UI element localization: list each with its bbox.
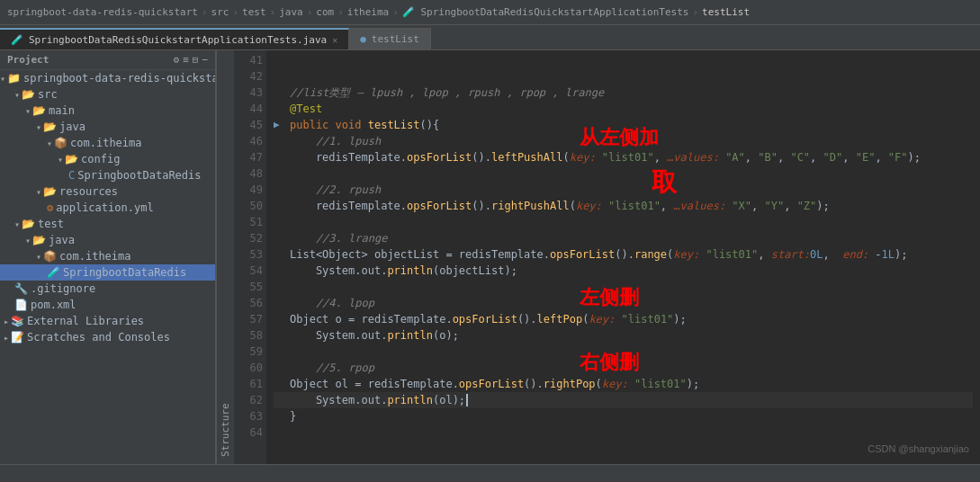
tree-item-resources[interactable]: ▾ 📂 resources — [0, 183, 215, 200]
code-line-46: //1. lpush 从左侧加 — [274, 133, 973, 149]
bc-com: com — [316, 6, 334, 18]
bc-project: springboot-data-redis-quickstart — [7, 6, 198, 18]
dir-icon: 📂 — [43, 120, 57, 133]
arrow-icon: ▾ — [36, 122, 41, 132]
pkg-icon: 📦 — [54, 137, 67, 149]
tree-label-springboot-config: SpringbootDataRedis — [77, 169, 201, 182]
tree-item-springboot-config[interactable]: C SpringbootDataRedis — [0, 167, 215, 183]
arrow-icon: ▾ — [0, 74, 5, 84]
dir-icon: 📂 — [32, 234, 46, 246]
tree-label-java-test: java — [49, 234, 75, 246]
tree-label-springboot-test: SpringbootDataRedis — [63, 266, 186, 279]
code-line-51 — [274, 214, 973, 230]
chinese-annotation-take: 取 — [652, 174, 677, 191]
tree-label-root: springboot-data-redis-quickstart — [23, 72, 216, 85]
arrow-icon: ▾ — [36, 187, 41, 197]
code-line-41 — [274, 52, 973, 68]
code-line-53: List<Object> objectList = redisTemplate.… — [274, 246, 973, 263]
tree-item-scratches[interactable]: ▸ 📝 Scratches and Consoles — [0, 329, 215, 345]
bc-src: src — [211, 6, 229, 18]
code-line-43: //list类型 – lpush , lpop , rpush , rpop ,… — [274, 85, 973, 101]
tab-file-icon: 🧪 — [11, 34, 23, 46]
tab-testlist[interactable]: ● testList — [349, 28, 431, 49]
code-area[interactable]: //list类型 – lpush , lpop , rpush , rpop ,… — [266, 50, 980, 464]
tree-item-com-itheima[interactable]: ▾ 📦 com.itheima — [0, 135, 215, 151]
tree-item-config[interactable]: ▾ 📂 config — [0, 151, 215, 167]
code-line-49: //2. rpush 取 — [274, 182, 973, 198]
code-line-63: } — [274, 408, 973, 424]
tree-item-external-libs[interactable]: ▸ 📚 External Libraries — [0, 313, 215, 329]
dir-icon: 📂 — [22, 88, 35, 101]
arrow-icon: ▾ — [36, 252, 41, 262]
structure-tab[interactable]: Structure — [216, 50, 234, 464]
tab-bar: 🧪 SpringbootDataRedisQuickstartApplicati… — [0, 25, 980, 50]
tree-item-springboot-test[interactable]: 🧪 SpringbootDataRedis — [0, 264, 215, 281]
line-numbers: 41 42 43 44 45 46 47 48 49 50 51 52 53 5… — [234, 50, 266, 464]
tree-label-java-main: java — [59, 120, 85, 133]
paren-open: (){ — [420, 117, 440, 133]
tree-item-com-itheima-test[interactable]: ▾ 📦 com.itheima — [0, 248, 215, 264]
sidebar-sort-icon[interactable]: ≡ — [183, 54, 189, 66]
arrow-icon: ▸ — [4, 317, 9, 326]
breadcrumb-bar: springboot-data-redis-quickstart › src ›… — [0, 0, 980, 25]
xml-icon: 📄 — [14, 299, 28, 311]
arrow-icon: ▾ — [14, 90, 20, 100]
code-line-64 — [274, 424, 973, 441]
chinese-annotation-left-del: 左侧删 — [580, 290, 639, 306]
code-line-62: System.out. println (ol); — [274, 392, 973, 408]
tree-label-com-itheima: com.itheima — [70, 137, 141, 149]
code-line-57: Object o = redisTemplate. opsForList ().… — [274, 311, 973, 327]
tree-label-pom: pom.xml — [31, 299, 76, 311]
pkg-icon: 📦 — [43, 250, 57, 263]
tree-label-test: test — [38, 218, 64, 230]
gitignore-icon: 🔧 — [14, 282, 28, 295]
bc-method: testList — [702, 6, 750, 18]
editor-content: 41 42 43 44 45 46 47 48 49 50 51 52 53 5… — [234, 50, 980, 464]
tab-file-label: SpringbootDataRedisQuickstartApplication… — [29, 34, 327, 46]
java-test-icon: 🧪 — [47, 266, 60, 279]
code-line-47: redisTemplate. opsForList (). leftPushAl… — [274, 149, 973, 165]
tree-item-application-yml[interactable]: ⚙ application.yml — [0, 200, 215, 216]
tree-label-com-itheima-test: com.itheima — [59, 250, 130, 263]
tree-item-test[interactable]: ▾ 📂 test — [0, 216, 215, 232]
tree-item-pom[interactable]: 📄 pom.xml — [0, 297, 215, 313]
tab-main-file[interactable]: 🧪 SpringbootDataRedisQuickstartApplicati… — [0, 28, 349, 49]
main-content: Project ⚙ ≡ ⊟ − ▾ 📁 springboot-data-redi… — [0, 50, 980, 464]
arrow-icon: ▾ — [25, 106, 31, 116]
annotation-test: @Test — [290, 101, 322, 117]
code-line-44: @Test — [274, 101, 973, 117]
sidebar-settings-icon[interactable]: ⚙ — [174, 54, 180, 66]
code-line-50: redisTemplate. opsForList (). rightPushA… — [274, 198, 973, 214]
bc-test: test — [242, 6, 266, 18]
tree-label-external-libs: External Libraries — [27, 315, 144, 327]
tab-close-button[interactable]: ✕ — [332, 35, 337, 45]
tree-label-main: main — [49, 104, 75, 117]
code-line-56: //4. lpop 左侧删 — [274, 295, 973, 311]
sidebar-expand-icon[interactable]: ⊟ — [193, 54, 199, 66]
run-arrow-icon[interactable]: ▶ — [274, 117, 288, 133]
chinese-annotation-left-push: 从左侧加 — [580, 129, 659, 146]
tree-item-root[interactable]: ▾ 📁 springboot-data-redis-quickstart E:\… — [0, 70, 215, 86]
code-line-54: System.out. println (objectList); — [274, 263, 973, 279]
bc-itheima: itheima — [347, 6, 389, 18]
tree-item-java-test[interactable]: ▾ 📂 java — [0, 232, 215, 248]
watermark: CSDN @shangxianjiao — [868, 441, 969, 457]
code-line-61: Object ol = redisTemplate. opsForList ()… — [274, 376, 973, 392]
bc-java: java — [279, 6, 303, 18]
tree-item-gitignore[interactable]: 🔧 .gitignore — [0, 281, 215, 297]
breadcrumb: springboot-data-redis-quickstart › src ›… — [7, 6, 750, 18]
bc-class: 🧪 SpringbootDataRedisQuickstartApplicati… — [402, 6, 689, 18]
tree-item-main[interactable]: ▾ 📂 main — [0, 103, 215, 119]
code-line-52: //3. lrange — [274, 230, 973, 246]
code-line-48 — [274, 165, 973, 182]
tree-item-java-main[interactable]: ▾ 📂 java — [0, 119, 215, 135]
comment-list-types: //list类型 – lpush , lpop , rpush , rpop ,… — [290, 85, 604, 101]
tree-item-src[interactable]: ▾ 📂 src — [0, 86, 215, 103]
java-file-icon: C — [68, 169, 75, 182]
tree-label-gitignore: .gitignore — [31, 282, 95, 295]
sidebar: Project ⚙ ≡ ⊟ − ▾ 📁 springboot-data-redi… — [0, 50, 216, 464]
comment-lpop: //4. lpop — [290, 295, 374, 311]
tree-label-config: config — [81, 153, 120, 165]
sidebar-minus-icon[interactable]: − — [202, 54, 208, 66]
cursor-blink — [466, 394, 468, 406]
